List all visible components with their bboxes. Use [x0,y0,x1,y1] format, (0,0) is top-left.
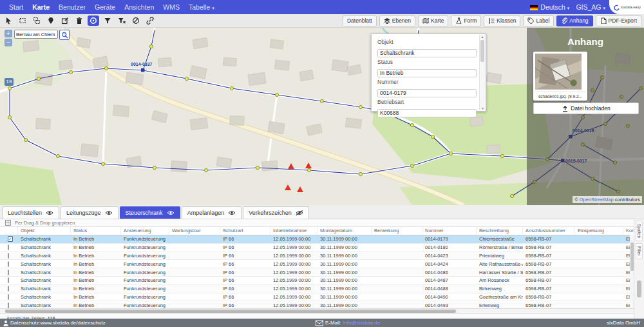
privacy-link[interactable]: Datenschutz:www.sixdata.de/datenschutz [3,320,106,326]
karte-button[interactable]: Karte [418,15,448,26]
column-header[interactable]: Anschlussnummer [523,227,575,235]
tab-leitungszuege[interactable]: Leitungszüge [61,206,118,219]
row-checkbox[interactable] [8,236,13,242]
klassen-button[interactable]: Klassen [484,15,520,26]
status-field[interactable] [377,69,477,77]
data-grid: Per Drag & Drop gruppieren ObjektStatusA… [0,219,644,319]
menu-item-wms[interactable]: WMS [163,3,180,11]
column-header[interactable]: Inbetriebnahme [270,227,317,235]
popup-scrollbar[interactable]: ▲▼ [479,35,485,110]
grid-horizontal-scrollbar[interactable] [0,308,644,313]
tab-ampelanlagen[interactable]: Ampelanlagen [182,206,242,219]
row-checkbox[interactable] [8,286,9,292]
column-header[interactable]: Status [71,227,121,235]
nummer-field[interactable] [377,89,477,97]
side-scrollbar[interactable] [637,281,641,297]
map-marker-label[interactable]: 0014-0337 [131,62,152,66]
row-checkbox[interactable] [8,270,9,275]
table-row[interactable]: SchaltschrankIn Betrieb Funkrundsteuerun… [0,235,644,244]
marker-tool-button[interactable] [45,15,57,26]
selection-off-tool-button[interactable] [130,15,142,26]
email-link[interactable]: info@sixdata.de [343,320,381,326]
group-drop-area[interactable]: Per Drag & Drop gruppieren [0,219,644,227]
filter-clear-tool-button[interactable] [116,15,128,26]
eye-slash-icon[interactable] [296,210,303,215]
ebenen-button[interactable]: Ebenen [379,15,415,26]
edit-tool-button[interactable] [59,15,71,26]
datenblatt-button[interactable]: Datenblatt [343,15,377,26]
menu-item-karte[interactable]: Karte [32,3,50,11]
column-header[interactable]: Wartungstour [169,227,220,235]
row-checkbox[interactable] [8,244,9,250]
checkbox-column-header[interactable] [0,227,18,235]
column-header[interactable]: Beschreibung [477,227,523,235]
column-header[interactable]: Schutzart [220,227,270,235]
pdf-export-button[interactable]: PDF-Export [596,15,641,26]
row-checkbox[interactable] [8,253,9,259]
zoom-out-button[interactable]: − [5,39,12,46]
table-row[interactable]: SchaltschrankIn Betrieb Funkrundsteuerun… [0,277,644,285]
pointer-tool-button[interactable] [3,15,14,26]
eye-icon[interactable] [167,210,175,215]
row-checkbox[interactable] [8,261,9,267]
menu-item-geraete[interactable]: Geräte [95,3,115,11]
grid-side-strip: Spalten Filter [634,219,644,319]
rect-select-tool-button[interactable] [17,15,28,26]
link-tool-button[interactable] [144,15,156,26]
eye-icon[interactable] [105,210,113,215]
side-tab-filter[interactable]: Filter [636,243,643,259]
eye-icon[interactable] [46,210,53,215]
table-row[interactable]: SchaltschrankIn Betrieb Funkrundsteuerun… [0,268,644,277]
upload-file-button[interactable]: Datei hochladen [533,103,639,114]
openstreetmap-link[interactable]: OpenStreetMap [580,197,614,203]
tag-icon [527,17,534,24]
filter-tool-button[interactable] [102,15,113,26]
row-checkbox[interactable] [8,294,9,300]
tab-leuchtstellen[interactable]: Leuchtstellen [2,206,59,219]
attachment-card[interactable]: schaden01.jpg. (9.9.2... [533,52,587,101]
chevron-down-icon: ▾ [567,6,570,10]
objekt-field[interactable] [377,49,477,57]
table-row[interactable]: SchaltschrankIn Betrieb Funkrundsteuerun… [0,285,644,293]
table-row[interactable]: SchaltschrankIn Betrieb Funkrundsteuerun… [0,293,644,302]
label-button[interactable]: Label [523,15,554,26]
map-icon [422,17,429,24]
zoom-level-badge: 19 [5,78,14,86]
table-row[interactable]: SchaltschrankIn Betrieb Funkrundsteuerun… [0,252,644,261]
column-header[interactable]: Einspeisung [575,227,623,235]
menu-item-tabelle[interactable]: Tabelle▾ [189,3,214,11]
search-input[interactable] [14,30,58,39]
search-button[interactable] [59,30,70,40]
column-header[interactable]: Ansteuerung [121,227,169,235]
column-header[interactable]: Montagedatum [317,227,372,235]
multi-select-tool-button[interactable] [31,15,43,26]
menu-item-start[interactable]: Start [9,3,23,11]
row-checkbox[interactable] [8,302,9,308]
person-icon [3,320,9,326]
form-button[interactable]: Form [451,15,481,26]
grid-body: SchaltschrankIn Betrieb Funkrundsteuerun… [0,235,644,308]
tab-verkehrszeichen[interactable]: Verkehrszeichen [243,206,309,219]
account-selector[interactable]: GIS_AG▾ [576,3,605,11]
column-header[interactable]: Nummer [422,227,477,235]
betriebsart-field[interactable] [377,109,477,117]
column-header[interactable]: Bemerkung [372,227,422,235]
tab-steuerschrank[interactable]: Steuerschrank [120,206,180,219]
map-canvas[interactable]: 0014-0337 0014-0179 0014-0018 0015-0317 … [0,27,644,205]
menu-item-ansichten[interactable]: Ansichten [124,3,154,11]
table-row[interactable]: SchaltschrankIn Betrieb Funkrundsteuerun… [0,244,644,252]
statusbar: Datenschutz:www.sixdata.de/datenschutz E… [0,319,644,327]
circle-select-tool-button[interactable] [88,15,99,26]
zoom-in-button[interactable]: + [5,30,12,37]
eye-icon[interactable] [228,210,236,215]
side-tab-spalten[interactable]: Spalten [636,221,643,241]
language-selector[interactable]: Deutsch▾ [530,3,569,11]
table-row[interactable]: SchaltschrankIn Betrieb Funkrundsteuerun… [0,301,644,308]
chevron-down-icon: ▾ [603,6,605,10]
delete-tool-button[interactable] [73,15,85,26]
anhang-button[interactable]: Anhang [556,15,592,26]
row-checkbox[interactable] [8,277,9,283]
menu-item-benutzer[interactable]: Benutzer [59,3,86,11]
column-header[interactable]: Objekt [18,227,71,235]
table-row[interactable]: SchaltschrankIn Betrieb Funkrundsteuerun… [0,260,644,268]
